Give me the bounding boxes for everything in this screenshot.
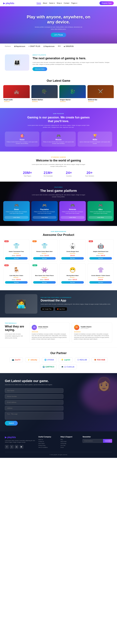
nav-game[interactable]: Game ▾ xyxy=(49,2,55,4)
nav-logo[interactable]: ▶ playhits xyxy=(3,2,14,4)
product-item-6[interactable]: SALE 👾 Blue Gamer Acer False Fleece ★★★★… xyxy=(31,263,58,285)
product-btn-7[interactable]: Buy Now xyxy=(61,281,84,284)
newsletter-email-input[interactable] xyxy=(5,400,64,404)
register-button[interactable]: Register Now xyxy=(100,1,114,5)
partner-logo-zootv[interactable]: 📺 ZooTV xyxy=(10,358,23,362)
testimonial-stars-2: ★★★★★ xyxy=(74,331,110,333)
platform-xbox-btn[interactable]: Learn More xyxy=(89,216,112,219)
platform-description: Lorem ipsum dolor sit amet, consectetur … xyxy=(30,194,87,198)
linkedin-icon[interactable]: in xyxy=(14,445,18,449)
youtube-icon[interactable]: ▶ xyxy=(20,445,24,449)
partner-logo-codelab[interactable]: 💻 {:} CodeLab xyxy=(59,364,77,369)
product-item-3[interactable]: 🥋 Circles Burger Hunt ★★★★★ $34.00 Buy N… xyxy=(60,239,86,261)
footer-link-how[interactable]: How It Work xyxy=(38,443,57,444)
partner-logo-velocity[interactable]: ⚡ velocity xyxy=(25,358,40,362)
product-old-price-6: $55.00 xyxy=(40,279,44,280)
product-name-8: Circles Women T-Shirt Classic xyxy=(90,275,112,276)
platform-steam-btn[interactable]: Learn More xyxy=(4,216,28,219)
product-item-8[interactable]: 👚 Circles Women T-Shirt Classic ★★★★★ $1… xyxy=(88,263,114,285)
nav-about[interactable]: About xyxy=(43,2,47,4)
product-item-7[interactable]: 😷 Moving Black Mask ★★★★☆ $35.00 $25.00 … xyxy=(60,263,86,285)
newsletter-submit-button[interactable]: Submit xyxy=(5,421,18,426)
partner-logo-earth[interactable]: 🌍 EARTH2.0 xyxy=(40,364,56,369)
nav-shop[interactable]: Shop ▾ xyxy=(57,2,62,4)
partner-logo-foxhub[interactable]: 🦊 FOX HUB xyxy=(92,358,108,362)
platform-nintendo-title: Nintendo xyxy=(60,208,84,210)
game-thumb-3: 🐉 xyxy=(59,85,86,98)
footer-link-contact[interactable]: Contact Us xyxy=(38,441,57,442)
nav-home[interactable]: Home xyxy=(36,2,41,4)
footer-link-about[interactable]: About Us xyxy=(38,439,57,440)
svg-point-0 xyxy=(81,376,117,412)
nav-pages[interactable]: Pages ▾ xyxy=(71,2,77,4)
game-card-2[interactable]: 🪖 Modern Warfare ★★★★★ xyxy=(31,85,58,103)
products-tag: OUR MERCHANDISE xyxy=(3,231,114,232)
product-btn-2[interactable]: Buy Now xyxy=(33,257,56,260)
newsletter-phone-input[interactable] xyxy=(5,394,64,399)
product-btn-1[interactable]: Buy Now xyxy=(5,257,28,260)
passion-icon-1: 🎯 xyxy=(6,134,38,138)
product-new-price-4: $49.00 xyxy=(100,255,105,256)
product-item-4[interactable]: NEW 🤖 Delphic Wolf Brand Cast ★★★★★ $79.… xyxy=(88,239,114,261)
platform-xbox-desc: Finibus et varius lobortis dolor Consequ… xyxy=(89,211,112,214)
newsletter-address-input[interactable] xyxy=(5,406,64,410)
footer-link-faq[interactable]: FAQ xyxy=(60,439,79,440)
product-btn-4[interactable]: Buy Now xyxy=(90,257,112,260)
footer-social: f t in ▶ xyxy=(5,445,35,449)
app-store-button[interactable]: 🍎 App Store xyxy=(55,307,67,311)
footer-subscribe-btn[interactable]: Subscribe xyxy=(103,439,112,443)
platform-ps-btn[interactable]: Learn More xyxy=(33,216,56,219)
footer-link-forum[interactable]: Forum xyxy=(60,447,79,448)
testimonial-header-1: VS Vivian Sienma Studio Developer xyxy=(32,325,67,330)
game-card-4[interactable]: ⚔️ Medieval War ★★★★★ xyxy=(88,85,114,103)
partner-logo-lightai[interactable]: 💡 LightAI xyxy=(59,358,73,362)
latest-game-title: Our Latest Game xyxy=(3,79,114,82)
product-price-8: $18.00 xyxy=(90,279,112,280)
platform-card-ps: 🎮 Playstation Finibus et varius lobortis… xyxy=(31,201,58,221)
testimonial-text-1: Inception trol Nathilase concorpos senti… xyxy=(32,333,67,340)
footer-link-privacy[interactable]: Privacy Policy xyxy=(38,445,57,446)
product-item-2[interactable]: HOT 👕 Roman Colour Black Shirt ★★★★☆ $24… xyxy=(31,239,58,261)
product-btn-8[interactable]: Buy Now xyxy=(90,281,112,284)
footer-logo: ▶ playhits xyxy=(5,436,35,438)
platform-nintendo-btn[interactable]: Learn More xyxy=(60,216,84,219)
passion-card-2: 🎮 Mission Finibus et varius lobortis dol… xyxy=(41,132,76,147)
footer-email-input[interactable] xyxy=(82,439,103,443)
platform-steam-title: Steam xyxy=(4,208,28,210)
newsletter-name-input[interactable] xyxy=(5,388,64,393)
footer-link-community[interactable]: Community xyxy=(60,443,79,444)
footer-link-terms[interactable]: Term & Conditions xyxy=(38,447,57,448)
platform-inner: FEATURES The best game platform Lorem ip… xyxy=(3,186,114,221)
product-item-1[interactable]: NEW 👕 Gamer Tournament Tees ★★★★★ $29.00… xyxy=(3,239,30,261)
about-cta-button[interactable]: Discover More xyxy=(32,67,47,71)
footer-desc: Lorem ipsum dolor sit amet, consectetur … xyxy=(5,440,35,443)
game-thumb-1: 🏰 xyxy=(3,85,30,98)
google-play-icon: ▶ xyxy=(43,308,44,310)
product-img-3: 🥋 xyxy=(61,241,84,251)
product-new-price-2: $14.00 xyxy=(44,255,49,256)
partner-logo-hexlab[interactable]: ⬡ HEXLAB xyxy=(75,358,90,362)
partner-logo-utosia[interactable]: 🌐 UTOSIA xyxy=(42,358,56,362)
product-img-4: 🤖 xyxy=(90,241,112,251)
footer-link-chat[interactable]: Live Chat xyxy=(60,445,79,446)
hero-cta-button[interactable]: Let's Play ▶ xyxy=(51,33,66,37)
twitter-icon[interactable]: t xyxy=(10,445,14,449)
product-name-1: Gamer Tournament Tees xyxy=(5,251,28,252)
product-name-2: Roman Colour Black Shirt xyxy=(33,251,56,252)
newsletter-message-input[interactable] xyxy=(5,412,64,420)
testimonial-avatar-2: TC xyxy=(74,325,79,330)
game-card-1[interactable]: 🏰 Royal Castle ★★★★★ xyxy=(3,85,30,103)
product-btn-6[interactable]: Buy Now xyxy=(33,281,56,284)
game-card-3[interactable]: 🐉 Dragon Warrior ★★★★★ xyxy=(59,85,86,103)
testimonial-info-1: Vivian Sienma Studio Developer xyxy=(38,326,48,329)
product-btn-5[interactable]: Buy Now xyxy=(5,281,28,284)
google-play-button[interactable]: ▶ Google Play xyxy=(40,307,54,311)
product-stars-8: ★★★★★ xyxy=(90,277,112,278)
facebook-icon[interactable]: f xyxy=(5,445,9,449)
product-stars-1: ★★★★★ xyxy=(5,253,28,254)
nav-contact[interactable]: Contact xyxy=(64,2,69,4)
product-btn-3[interactable]: Buy Now xyxy=(61,257,84,260)
footer-link-help[interactable]: Help Center xyxy=(60,441,79,442)
partners-section-title: Our Partner xyxy=(5,352,112,355)
product-item-5[interactable]: NEW 🪑 Cute Kitty Acer Chairs ★★★★☆ $45.0… xyxy=(3,263,30,285)
